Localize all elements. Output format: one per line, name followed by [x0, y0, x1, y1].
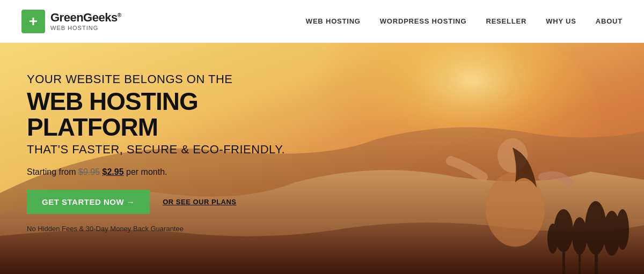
hero-guarantee: No Hidden Fees & 30-Day Money Back Guara… — [27, 225, 306, 233]
hero-tagline: THAT'S FASTER, SECURE & ECO-FRIENDLY. — [27, 143, 306, 157]
nav-wordpress-hosting[interactable]: WORDPRESS HOSTING — [380, 17, 467, 25]
svg-rect-9 — [579, 252, 581, 274]
hero-price: Starting from $9.95 $2.95 per month. — [27, 167, 306, 177]
hero-content: YOUR WEBSITE BELONGS ON THE WEB HOSTING … — [27, 72, 306, 233]
logo-sub: WEB HOSTING — [50, 25, 121, 31]
svg-point-11 — [486, 172, 545, 247]
nav-reseller[interactable]: RESELLER — [486, 17, 526, 25]
price-original: $9.95 — [78, 167, 100, 176]
price-prefix: Starting from — [27, 167, 78, 176]
svg-point-7 — [547, 224, 558, 254]
logo-plus: + — [29, 14, 38, 29]
logo-icon: + — [21, 10, 45, 33]
get-started-button[interactable]: GET STARTED NOW → — [27, 190, 150, 214]
nav-why-us[interactable]: WHY US — [546, 17, 576, 25]
svg-rect-8 — [562, 249, 565, 274]
nav-web-hosting[interactable]: WEB HOSTING — [306, 17, 361, 25]
nav-about[interactable]: ABOUT — [596, 17, 623, 25]
price-suffix: per month. — [124, 167, 167, 176]
header: + GreenGeeks® WEB HOSTING WEB HOSTING WO… — [0, 0, 644, 43]
svg-rect-10 — [595, 251, 598, 274]
logo-brand: GreenGeeks® — [50, 11, 121, 24]
svg-point-4 — [585, 201, 606, 255]
hero-title: WEB HOSTING PLATFORM — [27, 88, 306, 140]
svg-point-3 — [572, 217, 587, 255]
hero-buttons: GET STARTED NOW → OR SEE OUR PLANS — [27, 190, 306, 214]
hero-section: YOUR WEBSITE BELONGS ON THE WEB HOSTING … — [0, 43, 644, 274]
logo: + GreenGeeks® WEB HOSTING — [21, 10, 121, 33]
svg-point-6 — [616, 209, 629, 250]
logo-text: GreenGeeks® WEB HOSTING — [50, 11, 121, 31]
price-sale: $2.95 — [103, 167, 124, 176]
main-nav: WEB HOSTING WORDPRESS HOSTING RESELLER W… — [306, 17, 623, 25]
see-plans-link[interactable]: OR SEE OUR PLANS — [163, 198, 236, 206]
hero-subtitle: YOUR WEBSITE BELONGS ON THE — [27, 72, 306, 86]
